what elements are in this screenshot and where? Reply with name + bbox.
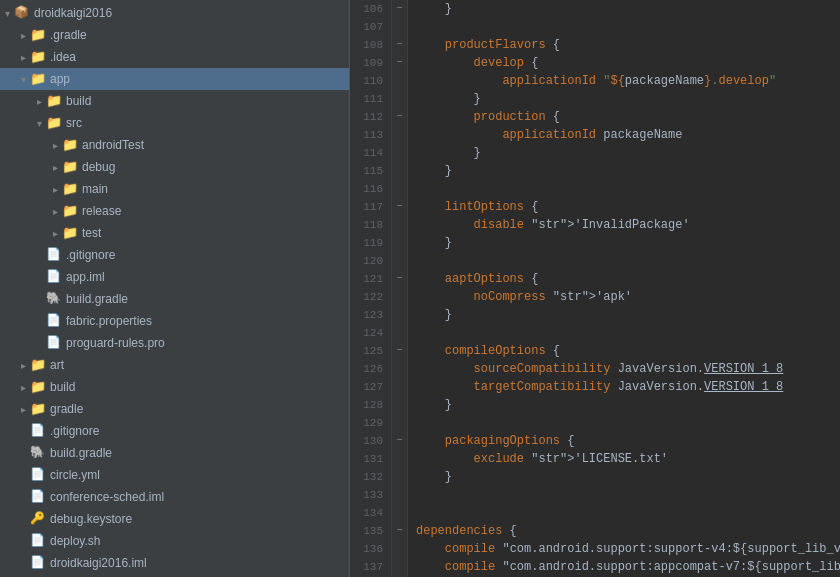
tree-arrow[interactable]: [0, 8, 14, 19]
gutter-mark: [392, 504, 407, 522]
tree-arrow[interactable]: [48, 162, 62, 173]
sidebar-item-gitignore-app[interactable]: .gitignore: [0, 244, 349, 266]
tree-arrow[interactable]: [16, 360, 30, 371]
gutter-mark: [392, 396, 407, 414]
tree-item-label: build.gradle: [66, 292, 128, 306]
tree-arrow[interactable]: [16, 404, 30, 415]
sidebar-item-build-root[interactable]: build: [0, 376, 349, 398]
tree-arrow[interactable]: [16, 74, 30, 85]
code-line: applicationId packageName: [416, 126, 840, 144]
sidebar-item-droidkaigi-iml[interactable]: droidkaigi2016.iml: [0, 552, 349, 574]
line-number: 107: [358, 18, 383, 36]
line-numbers: 1061071081091101111121131141151161171181…: [350, 0, 392, 577]
sidebar-item-idea[interactable]: .idea: [0, 46, 349, 68]
gutter-mark: [392, 72, 407, 90]
sidebar-item-build-gradle-root[interactable]: build.gradle: [0, 442, 349, 464]
folder-icon: [62, 137, 78, 153]
properties-icon: [46, 313, 62, 329]
sidebar-item-app-iml[interactable]: app.iml: [0, 266, 349, 288]
tree-arrow[interactable]: [16, 52, 30, 63]
tree-arrow[interactable]: [16, 382, 30, 393]
tree-item-label: droidkaigi2016: [34, 6, 112, 20]
tree-arrow[interactable]: [48, 228, 62, 239]
line-number: 116: [358, 180, 383, 198]
sidebar-item-gitignore-root[interactable]: .gitignore: [0, 420, 349, 442]
gutter-mark: [392, 540, 407, 558]
line-number: 131: [358, 450, 383, 468]
folder-icon: [30, 401, 46, 417]
code-line: aaptOptions {: [416, 270, 840, 288]
sidebar-item-fabric-props[interactable]: fabric.properties: [0, 310, 349, 332]
tree-arrow[interactable]: [32, 118, 46, 129]
gutter-mark[interactable]: [392, 54, 407, 72]
folder-icon: [30, 71, 46, 87]
code-line: applicationId "${packageName}.develop": [416, 72, 840, 90]
sidebar-item-build-app[interactable]: build: [0, 90, 349, 112]
proguard-icon: [46, 335, 62, 351]
line-number: 118: [358, 216, 383, 234]
tree-item-label: androidTest: [82, 138, 144, 152]
line-number: 119: [358, 234, 383, 252]
folder-icon: [62, 159, 78, 175]
gutter-mark[interactable]: [392, 270, 407, 288]
sidebar-item-release[interactable]: release: [0, 200, 349, 222]
gutter-mark[interactable]: [392, 0, 407, 18]
line-number: 109: [358, 54, 383, 72]
gutter-mark[interactable]: [392, 522, 407, 540]
tree-arrow[interactable]: [32, 96, 46, 107]
gutter-mark: [392, 558, 407, 576]
line-number: 129: [358, 414, 383, 432]
code-line: [416, 414, 840, 432]
sidebar-item-debug[interactable]: debug: [0, 156, 349, 178]
file-tree[interactable]: droidkaigi2016.gradle.ideaappbuildsrcand…: [0, 0, 350, 577]
tree-arrow[interactable]: [16, 30, 30, 41]
line-number: 111: [358, 90, 383, 108]
code-line: [416, 486, 840, 504]
sidebar-item-debug-keystore[interactable]: debug.keystore: [0, 508, 349, 530]
gutter-mark: [392, 180, 407, 198]
sidebar-item-conference-iml[interactable]: conference-sched.iml: [0, 486, 349, 508]
sidebar-item-gradle[interactable]: .gradle: [0, 24, 349, 46]
code-line: }: [416, 468, 840, 486]
sidebar-item-root[interactable]: droidkaigi2016: [0, 2, 349, 24]
code-line: lintOptions {: [416, 198, 840, 216]
sidebar-item-test[interactable]: test: [0, 222, 349, 244]
code-line: noCompress "str">'apk': [416, 288, 840, 306]
gutter-mark[interactable]: [392, 198, 407, 216]
line-number: 137: [358, 558, 383, 576]
sidebar-item-src[interactable]: src: [0, 112, 349, 134]
gutter-mark: [392, 252, 407, 270]
code-line: productFlavors {: [416, 36, 840, 54]
gutter-mark[interactable]: [392, 342, 407, 360]
sidebar-item-main[interactable]: main: [0, 178, 349, 200]
line-number: 135: [358, 522, 383, 540]
tree-item-label: release: [82, 204, 121, 218]
tree-item-label: debug: [82, 160, 115, 174]
sidebar-item-app[interactable]: app: [0, 68, 349, 90]
tree-arrow[interactable]: [48, 184, 62, 195]
gutter-mark[interactable]: [392, 36, 407, 54]
sidebar-item-androidTest[interactable]: androidTest: [0, 134, 349, 156]
code-line: exclude "str">'LICENSE.txt': [416, 450, 840, 468]
sidebar-item-circle-yml[interactable]: circle.yml: [0, 464, 349, 486]
tree-arrow[interactable]: [48, 206, 62, 217]
gutter-mark[interactable]: [392, 108, 407, 126]
iml-icon: [30, 555, 46, 571]
sidebar-item-deploy-sh[interactable]: deploy.sh: [0, 530, 349, 552]
code-line: }: [416, 396, 840, 414]
gutter-mark: [392, 126, 407, 144]
line-number: 127: [358, 378, 383, 396]
sidebar-item-proguard[interactable]: proguard-rules.pro: [0, 332, 349, 354]
gutter-mark[interactable]: [392, 432, 407, 450]
folder-icon: [62, 225, 78, 241]
sidebar-item-build-gradle-app[interactable]: build.gradle: [0, 288, 349, 310]
code-line: disable "str">'InvalidPackage': [416, 216, 840, 234]
code-line: dependencies {: [416, 522, 840, 540]
iml-icon: [46, 269, 62, 285]
gutter-mark: [392, 306, 407, 324]
sidebar-item-gradle-root[interactable]: gradle: [0, 398, 349, 420]
code-line: compile "com.android.support:support-v4:…: [416, 540, 840, 558]
tree-arrow[interactable]: [48, 140, 62, 151]
sidebar-item-art[interactable]: art: [0, 354, 349, 376]
folder-icon: [30, 27, 46, 43]
